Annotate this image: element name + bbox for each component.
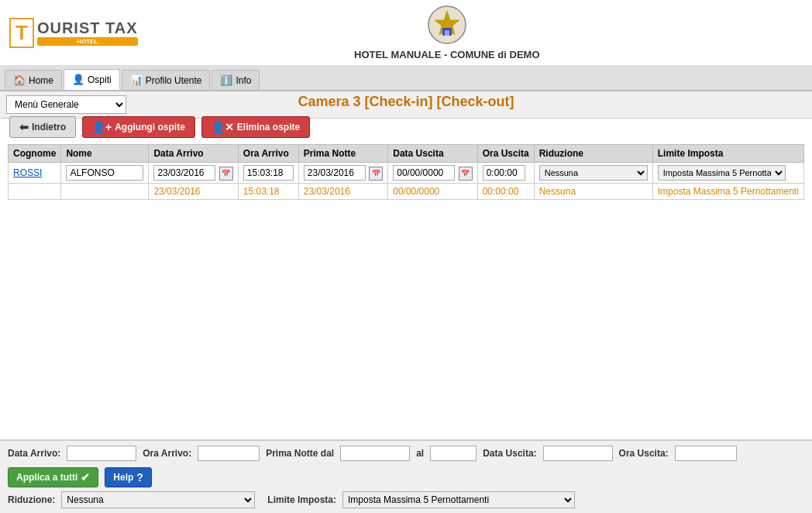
apply-button[interactable]: Applica a tutti ✔ [8, 467, 98, 487]
data-arrivo-cal-btn[interactable]: 📅 [219, 167, 233, 181]
col-data-arrivo: Data Arrivo [149, 145, 238, 163]
cognome-link[interactable]: ROSSI [13, 167, 42, 178]
summary-ora-arrivo: 15:03:18 [238, 184, 298, 200]
table-header-row: Cognome Nome Data Arrivo Ora Arrivo Prim… [9, 145, 804, 163]
back-button[interactable]: ⬅ Indietro [9, 116, 76, 138]
ora-uscita-label: Ora Uscita: [619, 448, 669, 459]
data-uscita-cal-btn[interactable]: 📅 [459, 167, 473, 181]
data-arrivo-label: Data Arrivo: [8, 448, 60, 459]
back-icon: ⬅ [19, 121, 29, 133]
tab-profilo-label: Profilo Utente [146, 75, 202, 86]
bottom-riduzione-select[interactable]: Nessuna Bambini Residenti Altro [61, 491, 255, 508]
summary-cognome [9, 184, 61, 200]
logo-text: OURIST TAX [37, 19, 138, 37]
col-ora-uscita: Ora Uscita [477, 145, 534, 163]
summary-riduzione: Nessuna [534, 184, 652, 200]
edit-ora-uscita [477, 163, 534, 184]
data-uscita-label: Data Uscita: [483, 448, 536, 459]
header: T OURIST TAX HOTEL HOTEL MANUALE - COMUN… [0, 0, 812, 66]
ora-arrivo-input[interactable] [243, 165, 294, 181]
riduzione-bottom-label: Riduzione: [8, 494, 55, 505]
edit-data-arrivo: 📅 [149, 163, 238, 184]
bottom-row1: Data Arrivo: Ora Arrivo: Prima Notte dal… [8, 446, 804, 487]
delete-ospite-button[interactable]: 👤✕ Elimina ospite [201, 116, 310, 138]
col-nome: Nome [61, 145, 149, 163]
riduzione-select[interactable]: Nessuna Bambini Residenti Altro [539, 165, 648, 181]
prima-notte-cal-btn[interactable]: 📅 [369, 167, 383, 181]
question-icon: ? [136, 471, 143, 484]
bottom-limite-imposta-select[interactable]: Imposta Massima 5 Pernottamenti Nessun L… [342, 491, 575, 508]
col-ora-arrivo: Ora Arrivo [238, 145, 298, 163]
table-summary-row: 23/03/2016 15:03:18 23/03/2016 00/00/000… [9, 184, 804, 200]
chart-icon: 📊 [130, 74, 143, 86]
hotel-title: HOTEL MANUALE - COMUNE di DEMO [354, 49, 540, 60]
logo: T OURIST TAX HOTEL [9, 18, 138, 48]
action-buttons: ⬅ Indietro 👤+ Aggiungi ospite 👤✕ Elimina… [8, 116, 804, 138]
col-data-uscita: Data Uscita [388, 145, 477, 163]
edit-nome [61, 163, 149, 184]
ora-arrivo-label: Ora Arrivo: [143, 448, 191, 459]
delete-person-icon: 👤✕ [212, 121, 234, 133]
bottom-bar: Data Arrivo: Ora Arrivo: Prima Notte dal… [0, 439, 812, 513]
summary-ora-uscita: 00:00:00 [477, 184, 534, 200]
svg-rect-3 [445, 30, 449, 36]
check-icon: ✔ [81, 471, 90, 484]
prima-notte-al-label: al [416, 448, 424, 459]
coat-of-arms-icon [427, 5, 467, 45]
data-arrivo-input[interactable] [153, 165, 215, 181]
bottom-prima-notte-from-input[interactable] [340, 446, 410, 461]
summary-data-arrivo: 23/03/2016 [149, 184, 238, 200]
bottom-prima-notte-to-input[interactable] [430, 446, 477, 461]
summary-limite-imposta: Imposta Massima 5 Pernottamenti [652, 184, 803, 200]
person-icon: 👤 [72, 74, 84, 85]
add-person-icon: 👤+ [92, 121, 112, 133]
edit-cognome: ROSSI [9, 163, 61, 184]
edit-ora-arrivo [238, 163, 298, 184]
edit-data-uscita: 📅 [388, 163, 477, 184]
col-riduzione: Riduzione [534, 145, 652, 163]
logo-hotel-badge: HOTEL [37, 37, 138, 46]
col-prima-notte: Prima Notte [298, 145, 387, 163]
add-ospite-button[interactable]: 👤+ Aggiungi ospite [82, 116, 195, 138]
summary-prima-notte: 23/03/2016 [298, 184, 387, 200]
nome-input[interactable] [66, 165, 143, 181]
limite-imposta-bottom-label: Limite Imposta: [267, 494, 336, 505]
logo-t: T [15, 21, 28, 44]
home-icon: 🏠 [13, 74, 26, 86]
bottom-data-arrivo-input[interactable] [67, 446, 136, 461]
prima-notte-input[interactable] [304, 165, 366, 181]
limite-imposta-select[interactable]: Imposta Massima 5 Pernottamenti Nessun L… [658, 165, 786, 181]
prima-notte-label: Prima Notte dal [266, 448, 334, 459]
bottom-ora-uscita-input[interactable] [675, 446, 737, 461]
col-cognome: Cognome [9, 145, 61, 163]
bottom-ora-arrivo-input[interactable] [198, 446, 260, 461]
tab-info-label: Info [236, 75, 251, 86]
tab-ospiti-label: Ospiti [88, 74, 112, 85]
help-button[interactable]: Help ? [105, 467, 152, 487]
table-row: ROSSI 📅 📅 📅 [9, 163, 804, 184]
content-area: Camera 3 [Check-in] [Check-out] ⬅ Indiet… [0, 86, 812, 434]
summary-data-uscita: 00/00/0000 [388, 184, 477, 200]
ora-uscita-input[interactable] [483, 165, 525, 181]
info-icon: ℹ️ [220, 74, 232, 86]
edit-limite-imposta: Imposta Massima 5 Pernottamenti Nessun L… [652, 163, 803, 184]
page-title: Camera 3 [Check-in] [Check-out] [8, 94, 804, 110]
summary-nome [61, 184, 149, 200]
edit-riduzione: Nessuna Bambini Residenti Altro [534, 163, 652, 184]
tab-home-label: Home [29, 75, 53, 86]
col-limite-imposta: Limite Imposta [652, 145, 803, 163]
bottom-data-uscita-input[interactable] [543, 446, 613, 461]
edit-prima-notte: 📅 [298, 163, 387, 184]
ospiti-table: Cognome Nome Data Arrivo Ora Arrivo Prim… [8, 144, 804, 200]
bottom-row2: Riduzione: Nessuna Bambini Residenti Alt… [8, 491, 804, 508]
data-uscita-input[interactable] [393, 165, 455, 181]
